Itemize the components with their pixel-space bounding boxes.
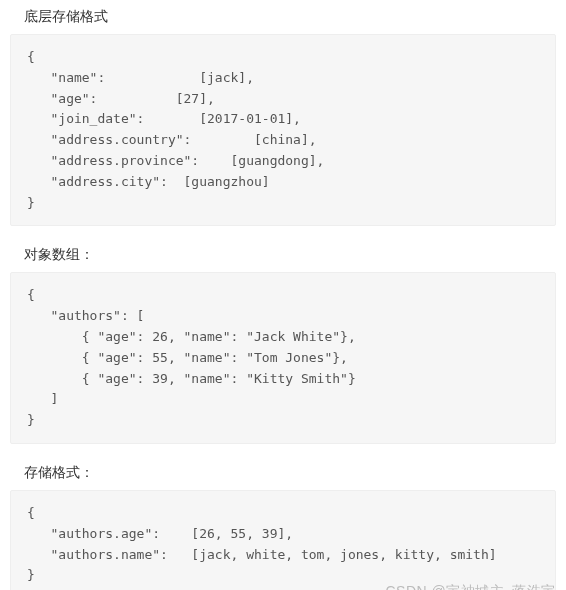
code-block-storage-format-2: { "authors.age": [26, 55, 39], "authors.… (10, 490, 556, 590)
code-block-storage-format: { "name": [jack], "age": [27], "join_dat… (10, 34, 556, 226)
section-title-storage-format-2: 存储格式： (0, 456, 566, 490)
section-title-storage-format: 底层存储格式 (0, 0, 566, 34)
code-block-object-array: { "authors": [ { "age": 26, "name": "Jac… (10, 272, 556, 444)
watermark-text: CSDN @宇神城主_蒋浩宇 (385, 583, 556, 590)
section-title-object-array: 对象数组： (0, 238, 566, 272)
